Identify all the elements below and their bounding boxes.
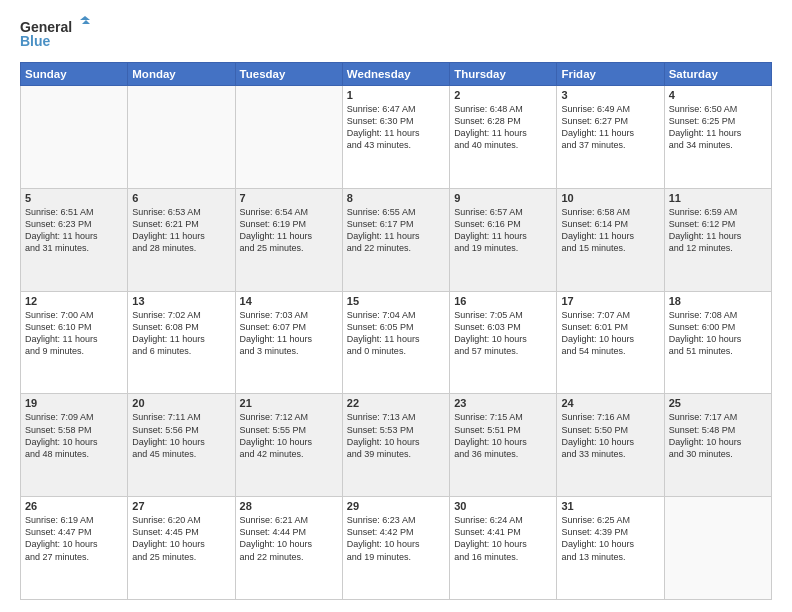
day-number: 1 xyxy=(347,89,445,101)
day-info: Sunrise: 7:12 AM Sunset: 5:55 PM Dayligh… xyxy=(240,411,338,460)
day-info: Sunrise: 7:02 AM Sunset: 6:08 PM Dayligh… xyxy=(132,309,230,358)
calendar-cell: 12Sunrise: 7:00 AM Sunset: 6:10 PM Dayli… xyxy=(21,291,128,394)
day-info: Sunrise: 6:53 AM Sunset: 6:21 PM Dayligh… xyxy=(132,206,230,255)
col-header-tuesday: Tuesday xyxy=(235,63,342,86)
calendar-cell: 3Sunrise: 6:49 AM Sunset: 6:27 PM Daylig… xyxy=(557,86,664,189)
day-number: 29 xyxy=(347,500,445,512)
calendar-cell: 26Sunrise: 6:19 AM Sunset: 4:47 PM Dayli… xyxy=(21,497,128,600)
calendar-week-row: 12Sunrise: 7:00 AM Sunset: 6:10 PM Dayli… xyxy=(21,291,772,394)
day-number: 10 xyxy=(561,192,659,204)
calendar-cell: 27Sunrise: 6:20 AM Sunset: 4:45 PM Dayli… xyxy=(128,497,235,600)
calendar-header-row: SundayMondayTuesdayWednesdayThursdayFrid… xyxy=(21,63,772,86)
calendar-cell xyxy=(664,497,771,600)
day-number: 15 xyxy=(347,295,445,307)
day-number: 26 xyxy=(25,500,123,512)
calendar-week-row: 5Sunrise: 6:51 AM Sunset: 6:23 PM Daylig… xyxy=(21,188,772,291)
page: General Blue SundayMondayTuesdayWednesda… xyxy=(0,0,792,612)
svg-marker-3 xyxy=(82,20,90,24)
day-info: Sunrise: 7:17 AM Sunset: 5:48 PM Dayligh… xyxy=(669,411,767,460)
day-number: 25 xyxy=(669,397,767,409)
day-number: 13 xyxy=(132,295,230,307)
day-number: 31 xyxy=(561,500,659,512)
calendar-cell: 28Sunrise: 6:21 AM Sunset: 4:44 PM Dayli… xyxy=(235,497,342,600)
day-number: 12 xyxy=(25,295,123,307)
col-header-thursday: Thursday xyxy=(450,63,557,86)
col-header-monday: Monday xyxy=(128,63,235,86)
calendar-week-row: 1Sunrise: 6:47 AM Sunset: 6:30 PM Daylig… xyxy=(21,86,772,189)
svg-marker-2 xyxy=(80,16,90,20)
day-number: 24 xyxy=(561,397,659,409)
day-info: Sunrise: 6:55 AM Sunset: 6:17 PM Dayligh… xyxy=(347,206,445,255)
calendar-cell: 23Sunrise: 7:15 AM Sunset: 5:51 PM Dayli… xyxy=(450,394,557,497)
day-info: Sunrise: 6:19 AM Sunset: 4:47 PM Dayligh… xyxy=(25,514,123,563)
calendar-cell: 30Sunrise: 6:24 AM Sunset: 4:41 PM Dayli… xyxy=(450,497,557,600)
day-info: Sunrise: 6:54 AM Sunset: 6:19 PM Dayligh… xyxy=(240,206,338,255)
day-info: Sunrise: 7:08 AM Sunset: 6:00 PM Dayligh… xyxy=(669,309,767,358)
calendar-cell xyxy=(21,86,128,189)
day-info: Sunrise: 7:11 AM Sunset: 5:56 PM Dayligh… xyxy=(132,411,230,460)
day-number: 18 xyxy=(669,295,767,307)
logo: General Blue xyxy=(20,16,90,54)
logo-svg: General Blue xyxy=(20,16,90,54)
calendar-cell: 8Sunrise: 6:55 AM Sunset: 6:17 PM Daylig… xyxy=(342,188,449,291)
day-number: 7 xyxy=(240,192,338,204)
day-info: Sunrise: 6:25 AM Sunset: 4:39 PM Dayligh… xyxy=(561,514,659,563)
day-info: Sunrise: 6:58 AM Sunset: 6:14 PM Dayligh… xyxy=(561,206,659,255)
day-info: Sunrise: 6:48 AM Sunset: 6:28 PM Dayligh… xyxy=(454,103,552,152)
day-info: Sunrise: 7:07 AM Sunset: 6:01 PM Dayligh… xyxy=(561,309,659,358)
calendar-cell: 31Sunrise: 6:25 AM Sunset: 4:39 PM Dayli… xyxy=(557,497,664,600)
calendar-cell: 29Sunrise: 6:23 AM Sunset: 4:42 PM Dayli… xyxy=(342,497,449,600)
day-info: Sunrise: 7:04 AM Sunset: 6:05 PM Dayligh… xyxy=(347,309,445,358)
day-info: Sunrise: 6:59 AM Sunset: 6:12 PM Dayligh… xyxy=(669,206,767,255)
day-info: Sunrise: 7:15 AM Sunset: 5:51 PM Dayligh… xyxy=(454,411,552,460)
calendar-cell: 18Sunrise: 7:08 AM Sunset: 6:00 PM Dayli… xyxy=(664,291,771,394)
col-header-wednesday: Wednesday xyxy=(342,63,449,86)
calendar-cell: 25Sunrise: 7:17 AM Sunset: 5:48 PM Dayli… xyxy=(664,394,771,497)
day-info: Sunrise: 7:16 AM Sunset: 5:50 PM Dayligh… xyxy=(561,411,659,460)
calendar-cell: 4Sunrise: 6:50 AM Sunset: 6:25 PM Daylig… xyxy=(664,86,771,189)
day-info: Sunrise: 7:00 AM Sunset: 6:10 PM Dayligh… xyxy=(25,309,123,358)
calendar-cell: 5Sunrise: 6:51 AM Sunset: 6:23 PM Daylig… xyxy=(21,188,128,291)
calendar-cell: 2Sunrise: 6:48 AM Sunset: 6:28 PM Daylig… xyxy=(450,86,557,189)
day-number: 8 xyxy=(347,192,445,204)
day-number: 6 xyxy=(132,192,230,204)
day-info: Sunrise: 6:23 AM Sunset: 4:42 PM Dayligh… xyxy=(347,514,445,563)
day-number: 9 xyxy=(454,192,552,204)
day-number: 3 xyxy=(561,89,659,101)
calendar-cell: 20Sunrise: 7:11 AM Sunset: 5:56 PM Dayli… xyxy=(128,394,235,497)
calendar-cell: 1Sunrise: 6:47 AM Sunset: 6:30 PM Daylig… xyxy=(342,86,449,189)
day-number: 2 xyxy=(454,89,552,101)
day-number: 23 xyxy=(454,397,552,409)
calendar-cell: 24Sunrise: 7:16 AM Sunset: 5:50 PM Dayli… xyxy=(557,394,664,497)
day-info: Sunrise: 6:20 AM Sunset: 4:45 PM Dayligh… xyxy=(132,514,230,563)
day-number: 30 xyxy=(454,500,552,512)
day-number: 16 xyxy=(454,295,552,307)
day-number: 19 xyxy=(25,397,123,409)
calendar-week-row: 19Sunrise: 7:09 AM Sunset: 5:58 PM Dayli… xyxy=(21,394,772,497)
calendar-cell: 10Sunrise: 6:58 AM Sunset: 6:14 PM Dayli… xyxy=(557,188,664,291)
day-info: Sunrise: 6:51 AM Sunset: 6:23 PM Dayligh… xyxy=(25,206,123,255)
calendar-cell: 6Sunrise: 6:53 AM Sunset: 6:21 PM Daylig… xyxy=(128,188,235,291)
calendar-cell: 7Sunrise: 6:54 AM Sunset: 6:19 PM Daylig… xyxy=(235,188,342,291)
col-header-saturday: Saturday xyxy=(664,63,771,86)
header: General Blue xyxy=(20,16,772,54)
day-info: Sunrise: 7:13 AM Sunset: 5:53 PM Dayligh… xyxy=(347,411,445,460)
calendar-cell: 22Sunrise: 7:13 AM Sunset: 5:53 PM Dayli… xyxy=(342,394,449,497)
day-number: 14 xyxy=(240,295,338,307)
day-number: 28 xyxy=(240,500,338,512)
day-number: 20 xyxy=(132,397,230,409)
day-number: 5 xyxy=(25,192,123,204)
day-info: Sunrise: 7:03 AM Sunset: 6:07 PM Dayligh… xyxy=(240,309,338,358)
calendar-cell: 17Sunrise: 7:07 AM Sunset: 6:01 PM Dayli… xyxy=(557,291,664,394)
day-number: 27 xyxy=(132,500,230,512)
calendar-cell: 14Sunrise: 7:03 AM Sunset: 6:07 PM Dayli… xyxy=(235,291,342,394)
calendar-cell: 19Sunrise: 7:09 AM Sunset: 5:58 PM Dayli… xyxy=(21,394,128,497)
day-info: Sunrise: 6:50 AM Sunset: 6:25 PM Dayligh… xyxy=(669,103,767,152)
col-header-friday: Friday xyxy=(557,63,664,86)
day-info: Sunrise: 6:21 AM Sunset: 4:44 PM Dayligh… xyxy=(240,514,338,563)
day-info: Sunrise: 6:24 AM Sunset: 4:41 PM Dayligh… xyxy=(454,514,552,563)
calendar-cell: 16Sunrise: 7:05 AM Sunset: 6:03 PM Dayli… xyxy=(450,291,557,394)
col-header-sunday: Sunday xyxy=(21,63,128,86)
calendar-cell xyxy=(235,86,342,189)
calendar-cell: 9Sunrise: 6:57 AM Sunset: 6:16 PM Daylig… xyxy=(450,188,557,291)
